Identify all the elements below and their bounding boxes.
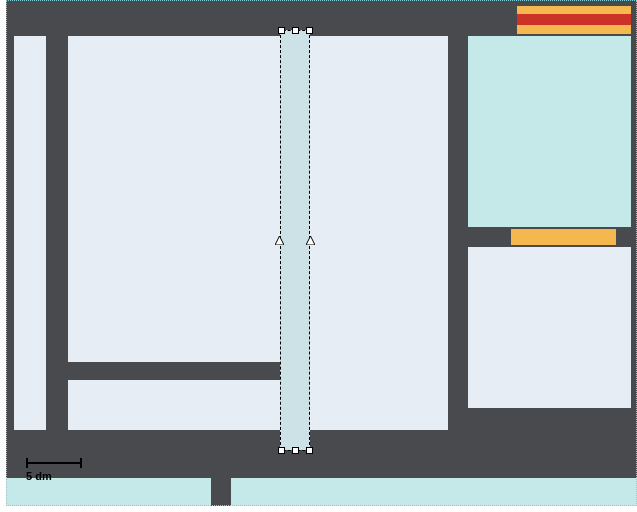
room-bottom-strip-r	[231, 478, 637, 506]
wall-right-edge[interactable]	[631, 36, 637, 431]
selection-handle-tl[interactable]	[278, 27, 285, 34]
scale-bar-line	[28, 462, 80, 464]
wall-right-vert[interactable]	[448, 36, 468, 431]
selection-handle-bc[interactable]	[292, 447, 299, 454]
selection-grip-right-icon[interactable]	[306, 236, 315, 245]
editor-canvas[interactable]: 5 dm	[0, 0, 637, 512]
room-right-lower	[468, 247, 631, 408]
door-top-red-stripe	[517, 14, 631, 25]
floorplan-viewport[interactable]: 5 dm	[6, 0, 637, 506]
scale-label: 5 dm	[26, 470, 82, 482]
wall-mid-rib[interactable]	[68, 362, 288, 380]
wall-right-bottom[interactable]	[468, 408, 637, 430]
selection-grip-left-icon[interactable]	[275, 236, 284, 245]
wall-bottom[interactable]	[6, 430, 637, 478]
door-mid-orange[interactable]	[511, 229, 616, 245]
selection-handle-bl[interactable]	[278, 447, 285, 454]
wall-left-outer[interactable]	[6, 36, 14, 431]
room-bottom-strip-l	[6, 478, 211, 506]
room-right-upper	[468, 36, 631, 227]
room-strip-a	[14, 36, 46, 431]
wall-left-inner[interactable]	[46, 36, 68, 431]
wall-bottom-notch[interactable]	[211, 478, 231, 506]
selection-handle-tr[interactable]	[306, 27, 313, 34]
scale-tick-right	[80, 458, 82, 468]
selection-handle-tc[interactable]	[292, 27, 299, 34]
svg-marker-0	[275, 236, 284, 245]
scale-bar: 5 dm	[26, 458, 82, 482]
selection-handle-br[interactable]	[306, 447, 313, 454]
svg-marker-1	[306, 236, 315, 245]
